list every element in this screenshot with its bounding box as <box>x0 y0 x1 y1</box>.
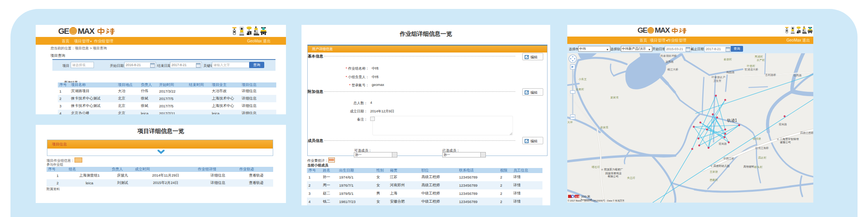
svg-text:墅浦港大桥: 墅浦港大桥 <box>744 68 758 71</box>
svg-text:迎宾路: 迎宾路 <box>719 142 727 145</box>
svg-text:金星村: 金星村 <box>576 88 584 91</box>
svg-text:央志圩: 央志圩 <box>627 177 635 179</box>
svg-text:秀浦村: 秀浦村 <box>755 55 763 58</box>
svg-text:临高路: 临高路 <box>794 74 802 77</box>
svg-text:百度: 百度 <box>575 195 580 198</box>
svg-text:亭西江桥: 亭西江桥 <box>723 157 734 160</box>
svg-text:晴右圩: 晴右圩 <box>592 166 600 169</box>
svg-text:高明塑料: 高明塑料 <box>743 165 754 168</box>
svg-text:俞塘村: 俞塘村 <box>724 58 732 61</box>
svg-text:大坪: 大坪 <box>567 121 573 124</box>
svg-text:四塘江西桥: 四塘江西桥 <box>800 131 813 135</box>
svg-text:叶家塘农户: 叶家塘农户 <box>712 76 725 79</box>
svg-text:古村路桥: 古村路桥 <box>765 74 776 77</box>
svg-text:小朱王: 小朱王 <box>579 78 587 80</box>
svg-text:回国华星纸业: 回国华星纸业 <box>605 172 622 175</box>
svg-text:徐泾塘: 徐泾塘 <box>753 137 761 140</box>
svg-text:⊙ 四塘村幼儿园: ⊙ 四塘村幼儿园 <box>710 164 730 168</box>
svg-text:梅园路: 梅园路 <box>726 71 735 74</box>
svg-text:日湾江海桥: 日湾江海桥 <box>755 147 769 150</box>
svg-text:黄家库: 黄家库 <box>600 126 608 129</box>
svg-text:尚泰湖际冲桥: 尚泰湖际冲桥 <box>660 54 677 58</box>
svg-text:健服公司: 健服公司 <box>780 141 791 144</box>
svg-text:水产村: 水产村 <box>757 59 765 62</box>
svg-text:连秀路: 连秀路 <box>665 60 674 63</box>
svg-text:桥头村: 桥头村 <box>754 166 762 169</box>
svg-text:王家塘: 王家塘 <box>710 170 718 173</box>
svg-text:迎宾路: 迎宾路 <box>779 123 787 126</box>
svg-text:夏家湾: 夏家湾 <box>610 96 619 99</box>
svg-text:⊙ 二海慧学智障理: ⊙ 二海慧学智障理 <box>777 138 799 141</box>
svg-text:横江大桥: 横江大桥 <box>667 68 678 71</box>
svg-text:© 2017 Baidu - 京GO节196(2009)号: © 2017 Baidu - 京GO节196(2009)号 - Data © 长… <box>568 199 624 202</box>
svg-text:200 米: 200 米 <box>581 195 591 198</box>
svg-text:西蔡村: 西蔡村 <box>710 178 718 182</box>
svg-text:卫生室: 卫生室 <box>713 79 721 82</box>
svg-text:⊙ 慈溪新力模塑厂: ⊙ 慈溪新力模塑厂 <box>601 168 623 171</box>
svg-text:叶巷村: 叶巷村 <box>747 65 755 68</box>
svg-text:有限公司: 有限公司 <box>608 175 619 178</box>
svg-text:四农村: 四农村 <box>758 156 766 159</box>
svg-text:轨迹1: 轨迹1 <box>727 118 737 122</box>
